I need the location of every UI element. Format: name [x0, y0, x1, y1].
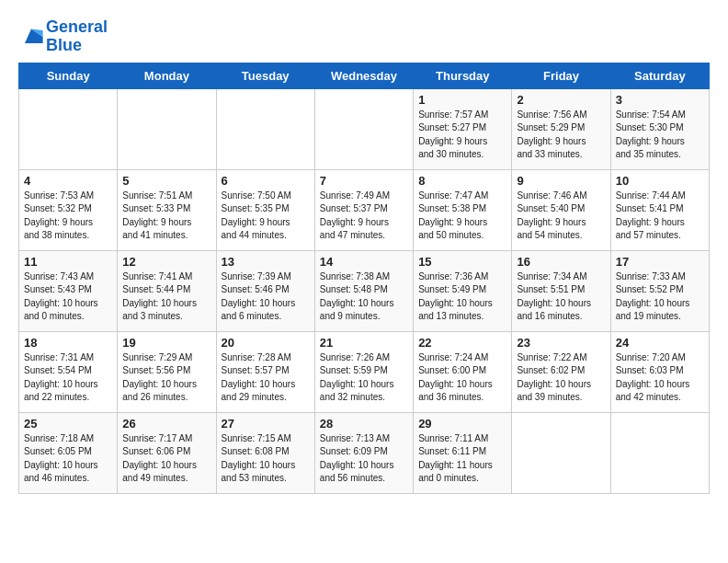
week-row-2: 4Sunrise: 7:53 AM Sunset: 5:32 PM Daylig… [19, 169, 710, 250]
day-number: 16 [517, 255, 605, 269]
logo-text: General Blue [46, 18, 108, 55]
day-info: Sunrise: 7:36 AM Sunset: 5:49 PM Dayligh… [418, 270, 506, 324]
day-info: Sunrise: 7:31 AM Sunset: 5:54 PM Dayligh… [24, 351, 112, 405]
week-row-1: 1Sunrise: 7:57 AM Sunset: 5:27 PM Daylig… [19, 88, 710, 169]
page-header: General Blue [18, 15, 710, 55]
day-info: Sunrise: 7:43 AM Sunset: 5:43 PM Dayligh… [24, 270, 112, 324]
logo: General Blue [18, 18, 108, 55]
day-number: 22 [418, 336, 506, 350]
day-info: Sunrise: 7:17 AM Sunset: 6:06 PM Dayligh… [122, 432, 210, 486]
calendar-cell: 2Sunrise: 7:56 AM Sunset: 5:29 PM Daylig… [512, 88, 610, 169]
header-day-saturday: Saturday [610, 63, 709, 88]
calendar-cell: 3Sunrise: 7:54 AM Sunset: 5:30 PM Daylig… [610, 88, 709, 169]
calendar-body: 1Sunrise: 7:57 AM Sunset: 5:27 PM Daylig… [19, 88, 710, 493]
day-info: Sunrise: 7:24 AM Sunset: 6:00 PM Dayligh… [418, 351, 506, 405]
calendar-cell: 17Sunrise: 7:33 AM Sunset: 5:52 PM Dayli… [610, 250, 709, 331]
day-info: Sunrise: 7:50 AM Sunset: 5:35 PM Dayligh… [222, 190, 310, 243]
header-day-sunday: Sunday [19, 63, 118, 88]
calendar-cell: 11Sunrise: 7:43 AM Sunset: 5:43 PM Dayli… [19, 250, 118, 331]
calendar-cell: 15Sunrise: 7:36 AM Sunset: 5:49 PM Dayli… [414, 250, 512, 331]
header-day-friday: Friday [512, 63, 610, 88]
calendar-cell: 6Sunrise: 7:50 AM Sunset: 5:35 PM Daylig… [216, 169, 314, 250]
calendar-cell: 24Sunrise: 7:20 AM Sunset: 6:03 PM Dayli… [610, 331, 709, 412]
day-info: Sunrise: 7:34 AM Sunset: 5:51 PM Dayligh… [517, 270, 605, 324]
week-row-5: 25Sunrise: 7:18 AM Sunset: 6:05 PM Dayli… [19, 412, 710, 493]
calendar-cell: 18Sunrise: 7:31 AM Sunset: 5:54 PM Dayli… [19, 331, 118, 412]
day-number: 19 [122, 336, 210, 350]
calendar-cell: 1Sunrise: 7:57 AM Sunset: 5:27 PM Daylig… [414, 88, 512, 169]
day-number: 21 [320, 336, 408, 350]
calendar-cell: 10Sunrise: 7:44 AM Sunset: 5:41 PM Dayli… [610, 169, 709, 250]
calendar-cell: 28Sunrise: 7:13 AM Sunset: 6:09 PM Dayli… [314, 412, 413, 493]
day-info: Sunrise: 7:20 AM Sunset: 6:03 PM Dayligh… [616, 351, 704, 405]
day-info: Sunrise: 7:44 AM Sunset: 5:41 PM Dayligh… [616, 190, 704, 243]
day-number: 20 [222, 336, 310, 350]
day-info: Sunrise: 7:41 AM Sunset: 5:44 PM Dayligh… [122, 270, 210, 324]
day-number: 5 [122, 174, 210, 188]
header-day-monday: Monday [118, 63, 216, 88]
calendar-header: SundayMondayTuesdayWednesdayThursdayFrid… [19, 63, 710, 88]
day-info: Sunrise: 7:38 AM Sunset: 5:48 PM Dayligh… [320, 270, 408, 324]
day-number: 26 [122, 417, 210, 431]
day-number: 9 [517, 174, 605, 188]
day-info: Sunrise: 7:39 AM Sunset: 5:46 PM Dayligh… [222, 270, 310, 324]
day-number: 18 [24, 336, 112, 350]
day-number: 3 [616, 93, 704, 107]
calendar-cell: 23Sunrise: 7:22 AM Sunset: 6:02 PM Dayli… [512, 331, 610, 412]
calendar-cell [512, 412, 610, 493]
calendar-cell: 7Sunrise: 7:49 AM Sunset: 5:37 PM Daylig… [314, 169, 413, 250]
day-info: Sunrise: 7:51 AM Sunset: 5:33 PM Dayligh… [122, 190, 210, 243]
day-number: 8 [418, 174, 506, 188]
week-row-3: 11Sunrise: 7:43 AM Sunset: 5:43 PM Dayli… [19, 250, 710, 331]
header-day-thursday: Thursday [414, 63, 512, 88]
day-number: 15 [418, 255, 506, 269]
calendar-cell: 14Sunrise: 7:38 AM Sunset: 5:48 PM Dayli… [314, 250, 413, 331]
day-number: 13 [222, 255, 310, 269]
day-number: 27 [222, 417, 310, 431]
day-number: 2 [517, 93, 605, 107]
calendar-cell [314, 88, 413, 169]
calendar-cell [216, 88, 314, 169]
calendar-cell: 9Sunrise: 7:46 AM Sunset: 5:40 PM Daylig… [512, 169, 610, 250]
day-info: Sunrise: 7:22 AM Sunset: 6:02 PM Dayligh… [517, 351, 605, 405]
day-info: Sunrise: 7:57 AM Sunset: 5:27 PM Dayligh… [418, 109, 506, 162]
day-info: Sunrise: 7:53 AM Sunset: 5:32 PM Dayligh… [24, 190, 112, 243]
logo-icon [18, 24, 44, 50]
day-number: 1 [418, 93, 506, 107]
day-info: Sunrise: 7:18 AM Sunset: 6:05 PM Dayligh… [24, 432, 112, 486]
day-info: Sunrise: 7:11 AM Sunset: 6:11 PM Dayligh… [418, 432, 506, 486]
header-row: SundayMondayTuesdayWednesdayThursdayFrid… [19, 63, 710, 88]
week-row-4: 18Sunrise: 7:31 AM Sunset: 5:54 PM Dayli… [19, 331, 710, 412]
calendar-cell: 27Sunrise: 7:15 AM Sunset: 6:08 PM Dayli… [216, 412, 314, 493]
day-info: Sunrise: 7:26 AM Sunset: 5:59 PM Dayligh… [320, 351, 408, 405]
calendar-cell: 5Sunrise: 7:51 AM Sunset: 5:33 PM Daylig… [118, 169, 216, 250]
header-day-tuesday: Tuesday [216, 63, 314, 88]
day-info: Sunrise: 7:54 AM Sunset: 5:30 PM Dayligh… [616, 109, 704, 162]
calendar-cell: 22Sunrise: 7:24 AM Sunset: 6:00 PM Dayli… [414, 331, 512, 412]
calendar-cell: 19Sunrise: 7:29 AM Sunset: 5:56 PM Dayli… [118, 331, 216, 412]
day-info: Sunrise: 7:28 AM Sunset: 5:57 PM Dayligh… [222, 351, 310, 405]
day-info: Sunrise: 7:15 AM Sunset: 6:08 PM Dayligh… [222, 432, 310, 486]
day-info: Sunrise: 7:33 AM Sunset: 5:52 PM Dayligh… [616, 270, 704, 324]
day-number: 17 [616, 255, 704, 269]
calendar-cell: 25Sunrise: 7:18 AM Sunset: 6:05 PM Dayli… [19, 412, 118, 493]
calendar-cell: 29Sunrise: 7:11 AM Sunset: 6:11 PM Dayli… [414, 412, 512, 493]
day-info: Sunrise: 7:29 AM Sunset: 5:56 PM Dayligh… [122, 351, 210, 405]
day-number: 4 [24, 174, 112, 188]
calendar-cell: 16Sunrise: 7:34 AM Sunset: 5:51 PM Dayli… [512, 250, 610, 331]
calendar-cell: 12Sunrise: 7:41 AM Sunset: 5:44 PM Dayli… [118, 250, 216, 331]
calendar-cell: 13Sunrise: 7:39 AM Sunset: 5:46 PM Dayli… [216, 250, 314, 331]
calendar-cell: 4Sunrise: 7:53 AM Sunset: 5:32 PM Daylig… [19, 169, 118, 250]
day-info: Sunrise: 7:49 AM Sunset: 5:37 PM Dayligh… [320, 190, 408, 243]
header-day-wednesday: Wednesday [314, 63, 413, 88]
day-number: 29 [418, 417, 506, 431]
day-info: Sunrise: 7:56 AM Sunset: 5:29 PM Dayligh… [517, 109, 605, 162]
day-number: 10 [616, 174, 704, 188]
day-number: 12 [122, 255, 210, 269]
calendar-cell [118, 88, 216, 169]
day-info: Sunrise: 7:46 AM Sunset: 5:40 PM Dayligh… [517, 190, 605, 243]
day-number: 7 [320, 174, 408, 188]
calendar-cell [19, 88, 118, 169]
day-number: 6 [222, 174, 310, 188]
calendar-table: SundayMondayTuesdayWednesdayThursdayFrid… [18, 63, 710, 494]
